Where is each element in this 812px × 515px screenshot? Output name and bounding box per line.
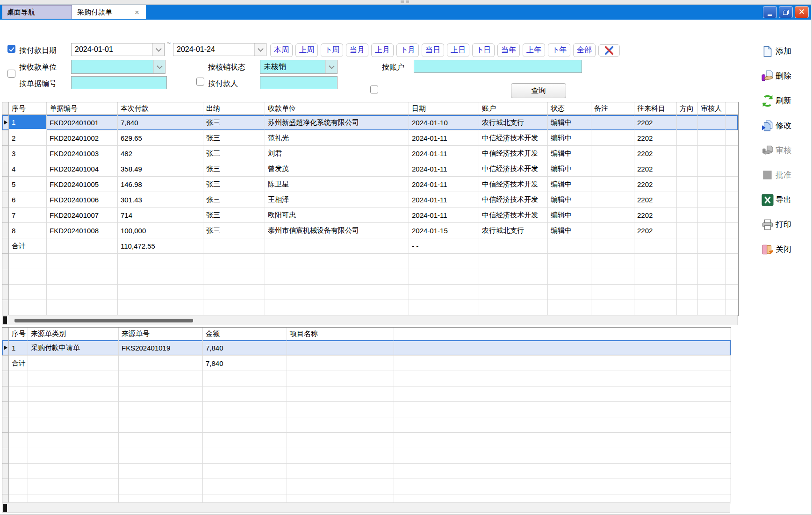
empty-cell [9, 386, 28, 402]
table-cell: 编辑中 [548, 130, 591, 146]
tab-desktop-navigation[interactable]: 桌面导航 [2, 5, 72, 19]
column-header[interactable]: 序号 [9, 102, 47, 115]
tab-purchase-payment[interactable]: 采购付款单 × [72, 5, 146, 19]
account-checkbox[interactable] [370, 86, 378, 93]
quick-range-button[interactable]: 全部 [573, 43, 596, 57]
row-gutter [2, 328, 9, 340]
sidebar-button-delete-hand[interactable]: 删除 [761, 70, 811, 82]
sidebar-button-refresh[interactable]: 刷新 [761, 94, 811, 107]
window-top-edge [0, 0, 812, 5]
payments-table-row-8[interactable]: 8FKD202401008100,000张三泰州市信宸机械设备有限公司2024-… [2, 223, 738, 238]
quick-range-button[interactable]: 上月 [371, 43, 394, 57]
table-cell [677, 207, 698, 223]
column-header[interactable]: 来源单类别 [28, 328, 119, 340]
chevron-down-icon[interactable] [152, 43, 164, 56]
empty-cell [698, 285, 726, 300]
empty-cell [203, 269, 265, 285]
column-header[interactable]: 出纳 [203, 102, 265, 115]
payee-unit-checkbox[interactable] [7, 70, 15, 78]
sidebar-button-export-excel[interactable]: 导出 [761, 193, 811, 206]
writeoff-status-combo[interactable]: 未核销 [260, 60, 338, 74]
table-cell: 2024-01-11 [409, 207, 479, 223]
table-cell: 中信经济技术开发 [479, 130, 548, 146]
empty-cell [9, 433, 28, 448]
row-filler [726, 161, 738, 177]
sidebar-button-add-document[interactable]: 添加 [761, 45, 811, 57]
table-cell: 1 [9, 340, 28, 356]
payer-input[interactable] [260, 76, 338, 89]
column-header[interactable]: 收款单位 [265, 102, 409, 115]
empty-cell [698, 300, 726, 315]
column-header[interactable]: 账户 [479, 102, 548, 115]
column-header[interactable]: 备注 [591, 102, 634, 115]
account-input[interactable] [414, 60, 582, 73]
chevron-down-icon[interactable] [153, 60, 165, 73]
payments-table-row-6[interactable]: 6FKD202401006301.43张三王相泽2024-01-11中信经济技术… [2, 192, 738, 207]
row-filler [726, 285, 738, 300]
date-from-combo[interactable]: 2024-01-01 [71, 43, 165, 56]
column-header[interactable]: 往来科目 [634, 102, 677, 115]
table-cell: 146.98 [118, 177, 203, 192]
column-header[interactable]: 项目名称 [287, 328, 394, 340]
sources-table-row-1[interactable]: 1采购付款申请单FKS2024010197,840 [2, 340, 731, 356]
tab-close-icon[interactable]: × [133, 8, 141, 16]
quick-range-button[interactable]: 上年 [523, 43, 545, 57]
table-cell: 陈卫星 [265, 177, 409, 192]
quick-range-button[interactable]: 下周 [321, 43, 343, 57]
sidebar-button-modify[interactable]: 修改 [761, 119, 811, 132]
column-header[interactable]: 本次付款 [118, 102, 203, 115]
payments-table-row-5[interactable]: 5FKD202401005146.98张三陈卫星2024-01-11中信经济技术… [2, 177, 738, 192]
sidebar-button-print[interactable]: 打印 [761, 218, 811, 231]
date-to-combo[interactable]: 2024-01-24 [173, 43, 266, 56]
column-header[interactable]: 日期 [409, 102, 479, 115]
column-header[interactable]: 单据编号 [47, 102, 118, 115]
column-header[interactable]: 方向 [677, 102, 698, 115]
payee-unit-combo[interactable] [71, 60, 165, 74]
scrollbar-left-cap[interactable] [3, 316, 7, 324]
quick-range-button[interactable]: 下月 [396, 43, 419, 57]
payments-table-row-4[interactable]: 4FKD202401004358.49张三曾发茂2024-01-11中信经济技术… [2, 161, 738, 177]
chevron-down-icon[interactable] [254, 43, 266, 56]
doc-number-input[interactable] [71, 76, 167, 89]
date-range-separator: ~ [167, 39, 171, 47]
minimize-button[interactable] [763, 6, 777, 18]
quick-range-button[interactable]: 上日 [447, 43, 469, 57]
payment-date-checkbox[interactable] [7, 45, 15, 53]
table-cell: 8 [9, 223, 47, 238]
quick-range-button[interactable]: 当年 [497, 43, 520, 57]
quick-range-button[interactable]: 本周 [270, 43, 293, 57]
quick-range-button[interactable]: 下日 [472, 43, 495, 57]
quick-range-button[interactable]: 下年 [548, 43, 570, 57]
payments-table-row-2[interactable]: 2FKD202401002629.65张三范礼光2024-01-11中信经济技术… [2, 130, 738, 146]
empty-cell [47, 300, 118, 315]
writeoff-status-checkbox[interactable] [196, 78, 204, 86]
scrollbar-thumb[interactable] [14, 319, 193, 322]
sidebar-button-close-book[interactable]: 关闭 [761, 243, 811, 256]
column-header[interactable]: 状态 [548, 102, 591, 115]
filter-settings-button[interactable] [598, 44, 620, 57]
row-gutter [2, 192, 9, 207]
query-button[interactable]: 查询 [511, 83, 566, 98]
sources-table-hscrollbar[interactable] [2, 502, 730, 513]
payments-table-row-3[interactable]: 3FKD202401003482张三刘君2024-01-11中信经济技术开发编辑… [2, 146, 738, 161]
sidebar-button-label: 打印 [776, 219, 791, 230]
quick-range-button[interactable]: 上周 [295, 43, 318, 57]
column-header[interactable]: 审核人 [698, 102, 726, 115]
payments-table-hscrollbar[interactable] [2, 315, 738, 325]
empty-cell [9, 479, 28, 494]
column-header[interactable]: 金额 [203, 328, 287, 340]
empty-cell [479, 300, 548, 315]
chevron-down-icon[interactable] [325, 60, 337, 73]
column-header[interactable]: 序号 [9, 328, 28, 340]
payments-table-row-1[interactable]: 1FKD2024010017,840张三苏州新盛超净化系统有限公司2024-01… [2, 115, 738, 130]
scrollbar-thumb[interactable] [3, 504, 7, 512]
quick-range-button[interactable]: 当月 [346, 43, 368, 57]
quick-range-button[interactable]: 当日 [422, 43, 444, 57]
close-button[interactable]: ✕ [795, 6, 809, 18]
payments-table-row-7[interactable]: 7FKD202401007714张三欧阳可忠2024-01-11中信经济技术开发… [2, 207, 738, 223]
restore-button[interactable] [779, 6, 793, 18]
sources-table-empty-row [2, 417, 731, 433]
column-header[interactable]: 来源单号 [119, 328, 203, 340]
row-filler [394, 417, 731, 433]
minimize-icon [768, 14, 772, 16]
